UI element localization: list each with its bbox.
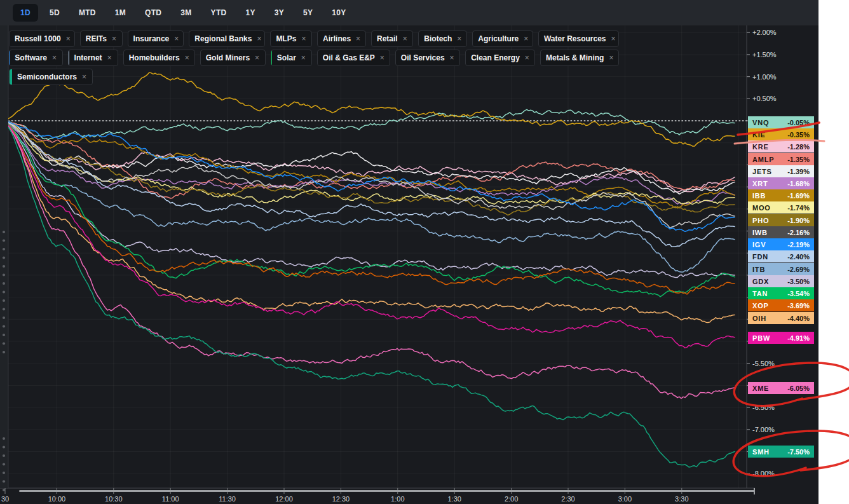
sector-tag-homebuilders[interactable]: Homebuilders× bbox=[123, 50, 195, 66]
sector-tag-metals-mining[interactable]: Metals & Mining× bbox=[540, 50, 619, 66]
quote-label-itb[interactable]: ITB-2.69% bbox=[748, 263, 814, 275]
tag-label: Regional Banks bbox=[189, 34, 255, 43]
quote-change-value: -4.40% bbox=[787, 315, 810, 322]
sector-tag-agriculture[interactable]: Agriculture× bbox=[472, 31, 533, 47]
sector-tag-internet[interactable]: Internet× bbox=[68, 50, 118, 66]
sector-tag-oil-services[interactable]: Oil Services× bbox=[395, 50, 460, 66]
tag-close-icon[interactable]: × bbox=[524, 53, 535, 62]
tag-label: Clean Energy bbox=[466, 53, 524, 62]
x-tick-label: 30 bbox=[1, 495, 9, 503]
tag-close-icon[interactable]: × bbox=[111, 34, 122, 43]
tag-label: Solar bbox=[272, 53, 300, 62]
y-tick-label: -6.50% bbox=[752, 403, 775, 412]
quote-ticker: IBB bbox=[752, 192, 766, 200]
tag-close-icon[interactable]: × bbox=[355, 34, 366, 43]
quote-label-ibb[interactable]: IBB-1.69% bbox=[748, 189, 814, 201]
tag-close-icon[interactable]: × bbox=[608, 53, 619, 62]
sector-tag-regional-banks[interactable]: Regional Banks× bbox=[189, 31, 265, 47]
tag-close-icon[interactable]: × bbox=[449, 53, 460, 62]
x-tick-label: 11:30 bbox=[219, 495, 236, 503]
tag-close-icon[interactable]: × bbox=[184, 53, 195, 62]
tag-close-icon[interactable]: × bbox=[65, 34, 75, 43]
x-tick-label: 12:30 bbox=[332, 495, 350, 503]
tag-close-icon[interactable]: × bbox=[106, 53, 118, 62]
quote-ticker: IGV bbox=[752, 241, 766, 249]
quote-label-moo[interactable]: MOO-1.74% bbox=[748, 201, 814, 214]
sector-tag-list: Russell 1000×REITs×Insurance×Regional Ba… bbox=[9, 31, 619, 85]
tag-label: Insurance bbox=[128, 34, 173, 43]
quote-ticker: GDX bbox=[752, 278, 769, 285]
quote-ticker: KRE bbox=[752, 143, 769, 151]
sector-tag-airlines[interactable]: Airlines× bbox=[317, 31, 366, 47]
sector-tag-insurance[interactable]: Insurance× bbox=[128, 31, 184, 47]
tag-close-icon[interactable]: × bbox=[456, 34, 467, 43]
quote-label-oih[interactable]: OIH-4.40% bbox=[748, 312, 814, 324]
quote-label-fdn[interactable]: FDN-2.40% bbox=[748, 250, 814, 262]
horizontal-scrollbar[interactable] bbox=[19, 490, 755, 492]
tag-close-icon[interactable]: × bbox=[300, 34, 311, 43]
quote-label-pho[interactable]: PHO-1.90% bbox=[748, 214, 814, 226]
quote-label-iwb[interactable]: IWB-2.16% bbox=[748, 226, 814, 238]
sector-tag-semiconductors[interactable]: Semiconductors× bbox=[9, 69, 93, 85]
tag-label: Homebuilders bbox=[124, 53, 184, 62]
quote-label-igv[interactable]: IGV-2.19% bbox=[748, 238, 814, 250]
tag-close-icon[interactable]: × bbox=[522, 34, 533, 43]
series-line-oih bbox=[8, 126, 735, 323]
tag-close-icon[interactable]: × bbox=[81, 72, 92, 81]
quote-label-xme[interactable]: XME-6.05% bbox=[748, 382, 814, 394]
y-tick-label: -5.50% bbox=[752, 359, 775, 368]
quote-change-value: -2.69% bbox=[787, 266, 810, 273]
tag-close-icon[interactable]: × bbox=[379, 53, 390, 62]
sector-tag-reits[interactable]: REITs× bbox=[80, 31, 123, 47]
quote-label-xop[interactable]: XOP-3.69% bbox=[748, 299, 814, 311]
grid-lines bbox=[8, 25, 747, 488]
sector-tag-gold-miners[interactable]: Gold Miners× bbox=[200, 50, 266, 66]
sector-tag-biotech[interactable]: Biotech× bbox=[418, 31, 467, 47]
sector-tag-water-resources[interactable]: Water Resources× bbox=[538, 31, 619, 47]
quote-label-xrt[interactable]: XRT-1.68% bbox=[748, 177, 814, 189]
quote-label-jets[interactable]: JETS-1.39% bbox=[748, 165, 814, 177]
sector-tag-mlps[interactable]: MLPs× bbox=[270, 31, 312, 47]
quote-label-gdx[interactable]: GDX-3.50% bbox=[748, 275, 814, 287]
sector-tag-solar[interactable]: Solar× bbox=[271, 50, 312, 66]
charting-app-window: 1D5DMTD1MQTD3MYTD1Y3Y5Y10Y Russell 1000×… bbox=[0, 0, 818, 504]
quote-label-vnq[interactable]: VNQ-0.05% bbox=[748, 116, 814, 128]
quote-ticker: VNQ bbox=[752, 119, 769, 126]
tag-label: Agriculture bbox=[473, 34, 522, 43]
tag-row-3: Semiconductors× bbox=[9, 69, 619, 85]
sector-tag-russell-1000[interactable]: Russell 1000× bbox=[9, 31, 75, 47]
quote-label-pbw[interactable]: PBW-4.91% bbox=[748, 332, 814, 344]
x-tick-label: 3:00 bbox=[618, 495, 632, 503]
quote-change-value: -3.54% bbox=[787, 290, 810, 297]
x-tick-label: 10:30 bbox=[105, 495, 123, 503]
quote-label-kre[interactable]: KRE-1.28% bbox=[748, 140, 814, 153]
quote-label-smh[interactable]: SMH-7.50% bbox=[748, 446, 814, 458]
quote-change-value: -6.05% bbox=[787, 385, 810, 392]
series-line-pbw bbox=[8, 125, 735, 348]
quote-label-kie[interactable]: KIE-0.35% bbox=[748, 128, 814, 140]
tag-close-icon[interactable]: × bbox=[51, 53, 62, 62]
sector-tag-oil-gas-e-p[interactable]: Oil & Gas E&P× bbox=[317, 50, 390, 66]
tag-label: Oil Services bbox=[396, 53, 449, 62]
quote-ticker: IWB bbox=[752, 229, 768, 236]
quote-label-tan[interactable]: TAN-3.54% bbox=[748, 287, 814, 299]
tag-close-icon[interactable]: × bbox=[173, 34, 184, 43]
tag-close-icon[interactable]: × bbox=[300, 53, 311, 62]
y-tick-label: -8.00% bbox=[752, 469, 775, 478]
tag-close-icon[interactable]: × bbox=[255, 34, 265, 43]
sector-tag-clean-energy[interactable]: Clean Energy× bbox=[465, 50, 535, 66]
tag-close-icon[interactable]: × bbox=[402, 34, 413, 43]
x-tick-label: 3:30 bbox=[675, 495, 688, 503]
quote-label-amlp[interactable]: AMLP-1.35% bbox=[748, 153, 814, 165]
series-line-kre bbox=[8, 123, 735, 192]
y-tick-label: -7.00% bbox=[752, 425, 775, 434]
tag-close-icon[interactable]: × bbox=[254, 53, 265, 62]
x-tick-label: 1:30 bbox=[447, 495, 461, 503]
sector-tag-retail[interactable]: Retail× bbox=[371, 31, 413, 47]
left-panel-drag-handle[interactable] bbox=[0, 25, 8, 491]
tag-close-icon[interactable]: × bbox=[610, 34, 620, 43]
sector-tag-software[interactable]: Software× bbox=[9, 50, 63, 66]
quote-change-value: -1.74% bbox=[787, 204, 810, 212]
x-tick-label: 12:00 bbox=[275, 495, 293, 503]
series-line-itb bbox=[8, 124, 735, 272]
